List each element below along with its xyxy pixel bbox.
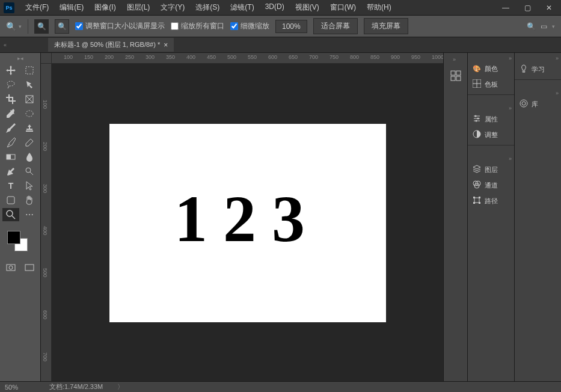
scrubby-zoom-check[interactable]: 细微缩放	[230, 21, 269, 31]
panel-swatches[interactable]: 色板	[468, 76, 514, 92]
svg-point-26	[476, 120, 477, 122]
collapse-right-icon[interactable]: »	[509, 105, 512, 111]
menu-type[interactable]: 文字(Y)	[156, 0, 189, 15]
svg-rect-15	[456, 71, 461, 75]
collapse-right-icon[interactable]: »	[556, 90, 559, 96]
menu-3d[interactable]: 3D(D)	[260, 0, 289, 15]
clone-stamp-tool[interactable]	[21, 121, 38, 135]
canvas-content: 123	[174, 181, 320, 257]
resize-to-fit-check[interactable]: 调整窗口大小以满屏显示	[75, 21, 165, 31]
ruler-horizontal[interactable]: 1001502002503003504004505005506006507007…	[52, 53, 443, 64]
minimize-button[interactable]: —	[497, 2, 514, 14]
close-tab-icon[interactable]: ×	[164, 41, 168, 49]
workspace-icon[interactable]: ▭	[541, 22, 547, 31]
collapse-right-icon[interactable]: »	[453, 57, 456, 63]
svg-rect-13	[25, 265, 34, 271]
pen-tool[interactable]	[2, 165, 19, 178]
marquee-tool[interactable]	[21, 64, 38, 77]
lasso-tool[interactable]	[2, 78, 19, 91]
document-tab[interactable]: 未标题-1 @ 50% (图层 1, RGB/8#) * ×	[48, 38, 174, 52]
collapse-right-icon[interactable]: »	[556, 55, 559, 61]
panel-shortcut-icon[interactable]	[449, 69, 463, 83]
panel-learn[interactable]: 学习	[515, 61, 561, 77]
menu-file[interactable]: 文件(F)	[20, 0, 54, 15]
svg-rect-16	[451, 76, 455, 81]
main-menu: 文件(F) 编辑(E) 图像(I) 图层(L) 文字(Y) 选择(S) 滤镜(T…	[20, 0, 396, 15]
eraser-tool[interactable]	[21, 136, 38, 149]
menu-edit[interactable]: 编辑(E)	[55, 0, 88, 15]
crop-tool[interactable]	[2, 93, 19, 106]
zoom-all-windows-check[interactable]: 缩放所有窗口	[171, 21, 224, 31]
collapse-left-icon[interactable]: «	[4, 42, 7, 48]
history-brush-tool[interactable]	[2, 136, 19, 149]
color-swatches[interactable]	[2, 231, 38, 255]
hand-tool[interactable]	[21, 194, 38, 207]
edit-toolbar-button[interactable]: ⋯	[21, 208, 38, 221]
canvas[interactable]: 123	[109, 124, 386, 322]
search-icon[interactable]: 🔍	[527, 22, 536, 31]
menu-help[interactable]: 帮助(H)	[362, 0, 396, 15]
panel-color[interactable]: 🎨 颜色	[468, 61, 514, 76]
ruler-vertical[interactable]: 100200300400500600700	[41, 64, 52, 381]
menu-select[interactable]: 选择(S)	[191, 0, 224, 15]
menu-view[interactable]: 视图(V)	[290, 0, 324, 15]
path-select-tool[interactable]	[21, 179, 38, 192]
blur-tool[interactable]	[21, 150, 38, 164]
move-tool[interactable]	[2, 64, 19, 77]
menu-window[interactable]: 窗口(W)	[325, 0, 361, 15]
quick-select-tool[interactable]	[21, 78, 38, 91]
fill-screen-button[interactable]: 填充屏幕	[364, 18, 408, 34]
panel-adjustments[interactable]: 调整	[468, 127, 514, 142]
fit-screen-button[interactable]: 适合屏幕	[313, 18, 358, 34]
svg-point-10	[7, 210, 13, 216]
panel-paths[interactable]: 路径	[468, 193, 514, 209]
menu-filter[interactable]: 滤镜(T)	[225, 0, 259, 15]
collapse-right-icon[interactable]: »	[509, 55, 512, 61]
panel-label: 库	[532, 100, 538, 109]
svg-rect-0	[26, 67, 33, 74]
maximize-button[interactable]: ▢	[519, 2, 536, 14]
panel-layers[interactable]: 图层	[468, 162, 514, 177]
resize-to-fit-checkbox[interactable]	[75, 22, 83, 30]
zoom-value-field[interactable]: 100%	[275, 20, 307, 33]
gradient-tool[interactable]	[2, 150, 19, 164]
panel-library[interactable]: 库	[515, 96, 561, 112]
toolbox-collapse-icon[interactable]: ▸◂	[17, 55, 23, 61]
menu-layer[interactable]: 图层(L)	[122, 0, 155, 15]
status-flyout-icon[interactable]: 〉	[117, 382, 124, 391]
tool-indicator[interactable]: 🔍 ▾	[6, 22, 22, 31]
resize-to-fit-label: 调整窗口大小以满屏显示	[85, 21, 165, 31]
dodge-tool[interactable]	[21, 165, 38, 178]
close-button[interactable]: ✕	[541, 2, 557, 14]
shape-tool[interactable]	[2, 194, 19, 207]
panel-channels[interactable]: 通道	[468, 177, 514, 193]
patch-tool[interactable]	[21, 107, 38, 120]
frame-tool[interactable]	[21, 93, 38, 106]
panel-properties[interactable]: 属性	[468, 111, 514, 127]
menu-image[interactable]: 图像(I)	[90, 0, 120, 15]
panel-group-right: » 学习 » 库	[514, 53, 561, 381]
svg-point-5	[26, 111, 33, 117]
panel-label: 颜色	[485, 64, 498, 73]
brush-tool[interactable]	[2, 121, 19, 135]
zoom-out-button[interactable]: 🔍	[55, 19, 69, 34]
scrubby-zoom-checkbox[interactable]	[230, 22, 238, 30]
zoom-in-button[interactable]: 🔍	[34, 19, 49, 34]
zoom-all-windows-checkbox[interactable]	[171, 22, 179, 30]
screen-mode-button[interactable]	[22, 261, 38, 274]
status-doc[interactable]: 文档:1.74M/2.33M	[49, 382, 103, 391]
zoom-out-icon: 🔍	[58, 22, 67, 31]
sliders-icon	[473, 114, 481, 124]
status-zoom[interactable]: 50%	[5, 384, 35, 391]
type-tool[interactable]: T	[2, 179, 19, 192]
zoom-in-icon: 🔍	[37, 22, 46, 31]
zoom-tool[interactable]	[2, 208, 19, 221]
viewport[interactable]: 123	[52, 64, 443, 381]
svg-rect-9	[7, 197, 14, 204]
collapse-right-icon[interactable]: »	[509, 156, 512, 162]
svg-rect-17	[456, 76, 461, 81]
foreground-color[interactable]	[7, 231, 20, 244]
eyedropper-tool[interactable]	[2, 107, 19, 120]
quick-mask-button[interactable]	[2, 261, 19, 274]
divider	[468, 94, 514, 103]
